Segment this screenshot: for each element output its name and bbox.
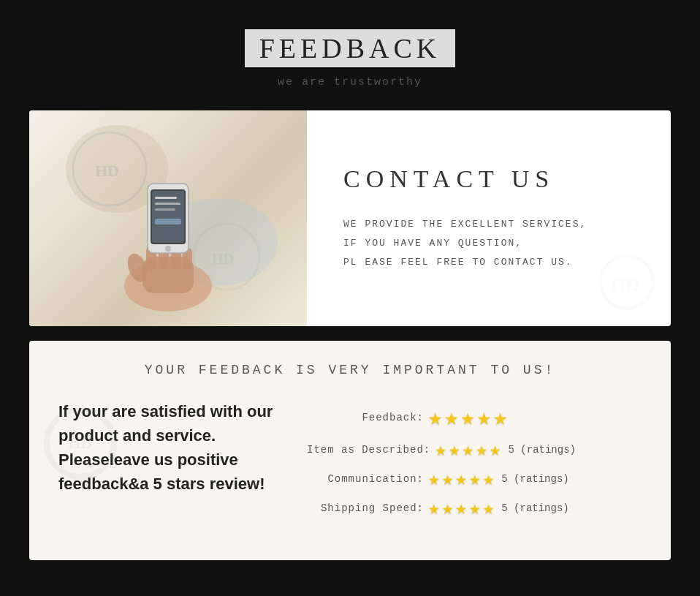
svg-point-18 [165, 246, 171, 252]
shipping-count: 5 (ratings) [501, 502, 568, 514]
item-described-row: Item as Described: ★ ★ ★ ★ ★ 5 (ratings) [307, 438, 642, 461]
shipping-stars: ★ ★ ★ ★ ★ [428, 497, 494, 520]
svg-text:HD: HD [212, 251, 234, 267]
feedback-row: Feedback: ★ ★ ★ ★ ★ [307, 403, 642, 432]
star-2: ★ [449, 438, 460, 461]
svg-rect-17 [155, 219, 181, 225]
star-5: ★ [490, 438, 501, 461]
item-described-count: 5 (ratings) [509, 444, 576, 456]
shipping-label: Shipping Speed: [307, 502, 424, 514]
feedback-card: HD YOUR FEEDBACK IS VERY IMPORTANT TO US… [29, 341, 671, 560]
star-5: ★ [483, 467, 495, 491]
feedback-content: If your are satisfied with our product a… [58, 399, 642, 520]
star-3: ★ [463, 438, 474, 461]
star-4: ★ [469, 467, 481, 491]
star-2: ★ [444, 403, 458, 432]
svg-rect-15 [155, 203, 180, 205]
svg-rect-16 [155, 208, 175, 211]
watermark-logo: HD [598, 253, 656, 312]
star-4: ★ [469, 497, 481, 520]
contact-line3: PL EASE FEEL FREE TO CONTACT US. [343, 253, 634, 272]
star-5: ★ [483, 497, 495, 520]
communication-stars: ★ ★ ★ ★ ★ [428, 467, 494, 491]
communication-count: 5 (ratings) [501, 473, 568, 485]
shipping-row: Shipping Speed: ★ ★ ★ ★ ★ 5 (ratings) [307, 497, 642, 520]
star-1: ★ [428, 467, 440, 491]
star-4: ★ [477, 403, 491, 432]
contact-card: HD [29, 110, 671, 326]
contact-image-side: HD [29, 110, 307, 326]
watermark-background: HD [44, 407, 132, 494]
star-2: ★ [442, 467, 454, 491]
feedback-title: FEEDBACK [245, 29, 456, 67]
star-3: ★ [455, 497, 467, 520]
svg-text:HD: HD [95, 162, 119, 180]
feedback-right-panel: Feedback: ★ ★ ★ ★ ★ Item as Described: ★… [307, 399, 642, 520]
star-5: ★ [493, 403, 507, 432]
svg-text:HD: HD [611, 274, 639, 295]
contact-text-side: CONTACT US WE PROVIDE THE EXCELLENT SERV… [307, 110, 671, 326]
communication-row: Communication: ★ ★ ★ ★ ★ 5 (ratings) [307, 467, 642, 491]
item-described-label: Item as Described: [307, 444, 430, 456]
feedback-label: Feedback: [307, 412, 424, 423]
header-section: FEEDBACK we are trustworthy [0, 15, 700, 110]
star-3: ★ [461, 403, 475, 432]
contact-us-title: CONTACT US [343, 165, 634, 193]
contact-line1: WE PROVIDE THE EXCELLENT SERVICES, [343, 215, 634, 234]
item-described-stars: ★ ★ ★ ★ ★ [435, 438, 501, 461]
header-subtitle: we are trustworthy [0, 76, 700, 88]
star-1: ★ [428, 497, 440, 520]
star-3: ★ [455, 467, 467, 491]
communication-label: Communication: [307, 473, 424, 485]
star-2: ★ [442, 497, 454, 520]
star-1: ★ [435, 438, 446, 461]
contact-line2: IF YOU HAVE ANY QUESTION, [343, 234, 634, 253]
page-wrapper: FEEDBACK we are trustworthy HD [0, 0, 700, 589]
feedback-stars: ★ ★ ★ ★ ★ [428, 403, 507, 432]
feedback-important-title: YOUR FEEDBACK IS VERY IMPORTANT TO US! [58, 363, 642, 377]
svg-rect-14 [155, 197, 177, 199]
contact-description: WE PROVIDE THE EXCELLENT SERVICES, IF YO… [343, 215, 634, 272]
star-1: ★ [428, 403, 442, 432]
star-4: ★ [476, 438, 487, 461]
